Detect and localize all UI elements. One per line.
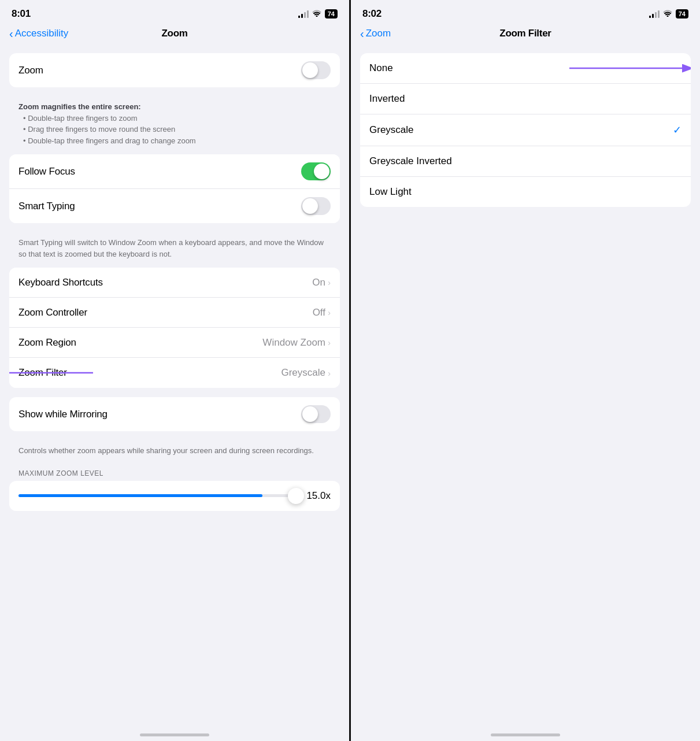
keyboard-shortcuts-label: Keyboard Shortcuts [18, 277, 103, 288]
battery-icon-right: 74 [676, 9, 688, 18]
mirroring-row: Show while Mirroring [9, 397, 340, 431]
follow-focus-row: Follow Focus [9, 154, 340, 189]
smart-typing-row: Smart Typing [9, 189, 340, 223]
zoom-controller-label: Zoom Controller [18, 307, 87, 318]
time-left: 8:01 [12, 8, 31, 20]
signal-icon [298, 10, 309, 18]
mirroring-label: Show while Mirroring [18, 409, 108, 420]
zoom-region-value: Window Zoom › [262, 337, 331, 349]
home-indicator-right [351, 721, 700, 741]
chevron-right-icon-4: › [328, 368, 331, 378]
zoom-filter-arrow [9, 361, 96, 384]
chevron-right-icon-2: › [328, 307, 331, 317]
page-title-right: Zoom Filter [499, 28, 551, 39]
bullet-3: Double-tap three fingers and drag to cha… [23, 135, 331, 147]
follow-focus-toggle[interactable] [301, 162, 331, 180]
mirroring-description: Controls whether zoom appears while shar… [9, 440, 340, 465]
status-icons-left: 74 [298, 9, 338, 18]
zoom-controller-value: Off › [313, 307, 331, 318]
smart-typing-description: Smart Typing will switch to Window Zoom … [9, 232, 340, 268]
zoom-slider-fill [18, 494, 262, 497]
status-icons-right: 74 [649, 9, 688, 18]
filter-options-list: None Inverted Greyscale ✓ [360, 53, 691, 207]
home-indicator-left [0, 721, 349, 741]
zoom-slider-thumb[interactable] [288, 488, 304, 504]
content-right: None Inverted Greyscale ✓ [351, 46, 700, 721]
filter-inverted-row[interactable]: Inverted [360, 84, 691, 114]
keyboard-shortcuts-value: On › [312, 277, 331, 288]
zoom-slider-card: 15.0x [9, 481, 340, 511]
chevron-right-icon-3: › [328, 338, 331, 347]
filter-greyscale-inverted-label: Greyscale Inverted [369, 155, 452, 167]
zoom-bullets: Double-tap three fingers to zoom Drag th… [18, 113, 331, 147]
wifi-icon-right [663, 9, 672, 18]
filter-greyscale-row[interactable]: Greyscale ✓ [360, 114, 691, 146]
filter-inverted-label: Inverted [369, 93, 405, 105]
zoom-row: Zoom [9, 53, 340, 87]
chevron-right-icon: › [328, 277, 331, 287]
mirroring-card: Show while Mirroring [9, 397, 340, 431]
zoom-toggle-card: Zoom [9, 53, 340, 87]
slider-section-label: MAXIMUM ZOOM LEVEL [9, 465, 340, 481]
back-button-left[interactable]: ‹ Accessibility [9, 28, 68, 39]
battery-icon: 74 [325, 9, 338, 18]
smart-typing-toggle[interactable] [301, 197, 331, 215]
page-title-left: Zoom [161, 28, 187, 39]
zoom-controller-row[interactable]: Zoom Controller Off › [9, 298, 340, 328]
filter-none-row[interactable]: None [360, 53, 691, 84]
zoom-filter-row[interactable]: Zoom Filter Greyscale › [9, 358, 340, 388]
status-bar-right: 8:02 74 [351, 0, 700, 23]
filter-low-light-label: Low Light [369, 186, 412, 198]
mirroring-toggle[interactable] [301, 405, 331, 423]
follow-focus-label: Follow Focus [18, 166, 75, 177]
status-bar-left: 8:01 74 [0, 0, 349, 23]
zoom-region-label: Zoom Region [18, 337, 76, 349]
bullet-2: Drag three fingers to move round the scr… [23, 124, 331, 135]
left-screen: 8:01 74 ‹ Acces [0, 0, 351, 741]
filter-greyscale-label: Greyscale [369, 124, 414, 136]
signal-icon-right [649, 10, 660, 18]
zoom-slider-value: 15.0x [303, 490, 331, 502]
chevron-left-icon-right: ‹ [360, 28, 364, 39]
filter-greyscale-inverted-row[interactable]: Greyscale Inverted [360, 146, 691, 177]
settings-options-card: Keyboard Shortcuts On › Zoom Controller … [9, 268, 340, 388]
follow-focus-card: Follow Focus Smart Typing [9, 154, 340, 223]
zoom-description: Zoom magnifies the entire screen: Double… [9, 97, 340, 154]
zoom-slider-track[interactable] [18, 494, 296, 497]
time-right: 8:02 [362, 8, 382, 20]
zoom-region-row[interactable]: Zoom Region Window Zoom › [9, 328, 340, 358]
back-button-right[interactable]: ‹ Zoom [360, 28, 391, 39]
zoom-toggle[interactable] [301, 61, 331, 79]
none-arrow [569, 57, 691, 80]
checkmark-icon: ✓ [673, 124, 682, 136]
right-screen: 8:02 74 ‹ Zoom [351, 0, 700, 741]
filter-low-light-row[interactable]: Low Light [360, 177, 691, 207]
content-left: Zoom Zoom magnifies the entire screen: D… [0, 46, 349, 721]
filter-none-label: None [369, 62, 393, 74]
keyboard-shortcuts-row[interactable]: Keyboard Shortcuts On › [9, 268, 340, 298]
zoom-filter-value: Greyscale › [281, 367, 331, 379]
zoom-label: Zoom [18, 65, 43, 76]
smart-typing-label: Smart Typing [18, 201, 75, 212]
wifi-icon [312, 9, 321, 18]
bullet-1: Double-tap three fingers to zoom [23, 113, 331, 124]
nav-bar-right: ‹ Zoom Zoom Filter [351, 23, 700, 46]
nav-bar-left: ‹ Accessibility Zoom [0, 23, 349, 46]
chevron-left-icon: ‹ [9, 28, 13, 39]
